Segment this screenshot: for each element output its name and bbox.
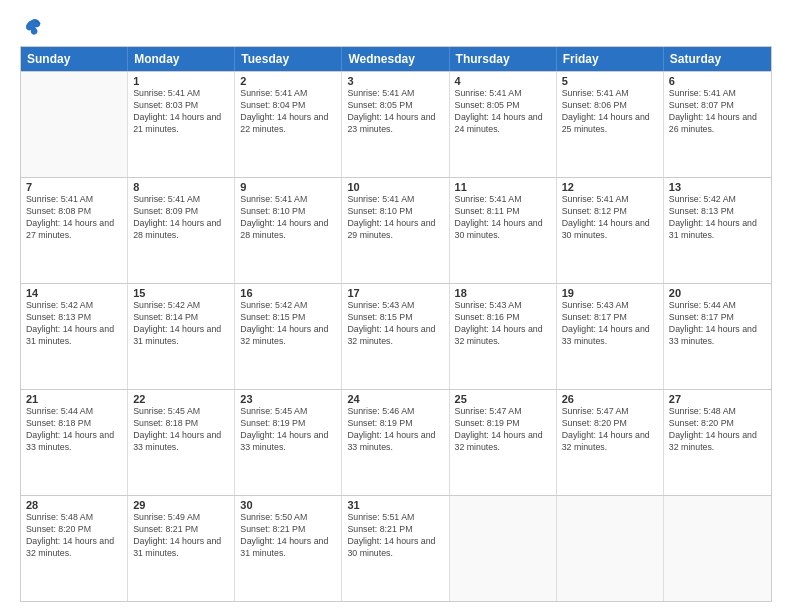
day-number: 14 — [26, 287, 122, 299]
calendar-week: 28Sunrise: 5:48 AM Sunset: 8:20 PM Dayli… — [21, 495, 771, 601]
calendar-cell: 18Sunrise: 5:43 AM Sunset: 8:16 PM Dayli… — [450, 284, 557, 389]
day-number: 2 — [240, 75, 336, 87]
calendar-cell: 16Sunrise: 5:42 AM Sunset: 8:15 PM Dayli… — [235, 284, 342, 389]
day-info: Sunrise: 5:44 AM Sunset: 8:17 PM Dayligh… — [669, 300, 766, 348]
day-number: 6 — [669, 75, 766, 87]
calendar-cell: 3Sunrise: 5:41 AM Sunset: 8:05 PM Daylig… — [342, 72, 449, 177]
day-info: Sunrise: 5:41 AM Sunset: 8:12 PM Dayligh… — [562, 194, 658, 242]
day-info: Sunrise: 5:45 AM Sunset: 8:18 PM Dayligh… — [133, 406, 229, 454]
calendar-cell: 28Sunrise: 5:48 AM Sunset: 8:20 PM Dayli… — [21, 496, 128, 601]
day-number: 15 — [133, 287, 229, 299]
calendar-cell: 8Sunrise: 5:41 AM Sunset: 8:09 PM Daylig… — [128, 178, 235, 283]
day-info: Sunrise: 5:42 AM Sunset: 8:14 PM Dayligh… — [133, 300, 229, 348]
calendar-cell: 26Sunrise: 5:47 AM Sunset: 8:20 PM Dayli… — [557, 390, 664, 495]
day-info: Sunrise: 5:47 AM Sunset: 8:19 PM Dayligh… — [455, 406, 551, 454]
calendar-cell: 14Sunrise: 5:42 AM Sunset: 8:13 PM Dayli… — [21, 284, 128, 389]
day-info: Sunrise: 5:41 AM Sunset: 8:08 PM Dayligh… — [26, 194, 122, 242]
calendar-cell: 30Sunrise: 5:50 AM Sunset: 8:21 PM Dayli… — [235, 496, 342, 601]
calendar-cell: 22Sunrise: 5:45 AM Sunset: 8:18 PM Dayli… — [128, 390, 235, 495]
day-number: 31 — [347, 499, 443, 511]
page: SundayMondayTuesdayWednesdayThursdayFrid… — [0, 0, 792, 612]
day-info: Sunrise: 5:43 AM Sunset: 8:17 PM Dayligh… — [562, 300, 658, 348]
calendar-cell: 2Sunrise: 5:41 AM Sunset: 8:04 PM Daylig… — [235, 72, 342, 177]
header — [20, 16, 772, 38]
day-info: Sunrise: 5:41 AM Sunset: 8:11 PM Dayligh… — [455, 194, 551, 242]
weekday-header: Wednesday — [342, 47, 449, 71]
day-number: 27 — [669, 393, 766, 405]
day-number: 10 — [347, 181, 443, 193]
day-number: 26 — [562, 393, 658, 405]
calendar-week: 21Sunrise: 5:44 AM Sunset: 8:18 PM Dayli… — [21, 389, 771, 495]
day-number: 12 — [562, 181, 658, 193]
calendar-header: SundayMondayTuesdayWednesdayThursdayFrid… — [21, 47, 771, 71]
day-number: 24 — [347, 393, 443, 405]
day-info: Sunrise: 5:51 AM Sunset: 8:21 PM Dayligh… — [347, 512, 443, 560]
weekday-header: Tuesday — [235, 47, 342, 71]
day-info: Sunrise: 5:48 AM Sunset: 8:20 PM Dayligh… — [669, 406, 766, 454]
calendar-cell: 31Sunrise: 5:51 AM Sunset: 8:21 PM Dayli… — [342, 496, 449, 601]
day-number: 9 — [240, 181, 336, 193]
weekday-header: Saturday — [664, 47, 771, 71]
day-info: Sunrise: 5:43 AM Sunset: 8:16 PM Dayligh… — [455, 300, 551, 348]
calendar-cell: 1Sunrise: 5:41 AM Sunset: 8:03 PM Daylig… — [128, 72, 235, 177]
day-number: 30 — [240, 499, 336, 511]
day-number: 13 — [669, 181, 766, 193]
calendar-cell: 15Sunrise: 5:42 AM Sunset: 8:14 PM Dayli… — [128, 284, 235, 389]
calendar-cell: 9Sunrise: 5:41 AM Sunset: 8:10 PM Daylig… — [235, 178, 342, 283]
calendar-cell: 11Sunrise: 5:41 AM Sunset: 8:11 PM Dayli… — [450, 178, 557, 283]
day-number: 23 — [240, 393, 336, 405]
day-number: 29 — [133, 499, 229, 511]
calendar-cell — [664, 496, 771, 601]
calendar-cell: 7Sunrise: 5:41 AM Sunset: 8:08 PM Daylig… — [21, 178, 128, 283]
day-info: Sunrise: 5:41 AM Sunset: 8:05 PM Dayligh… — [347, 88, 443, 136]
weekday-header: Friday — [557, 47, 664, 71]
calendar-cell: 10Sunrise: 5:41 AM Sunset: 8:10 PM Dayli… — [342, 178, 449, 283]
day-number: 25 — [455, 393, 551, 405]
day-number: 17 — [347, 287, 443, 299]
day-number: 18 — [455, 287, 551, 299]
day-info: Sunrise: 5:42 AM Sunset: 8:15 PM Dayligh… — [240, 300, 336, 348]
calendar-cell: 17Sunrise: 5:43 AM Sunset: 8:15 PM Dayli… — [342, 284, 449, 389]
day-info: Sunrise: 5:49 AM Sunset: 8:21 PM Dayligh… — [133, 512, 229, 560]
logo-text — [20, 16, 44, 38]
calendar-cell — [557, 496, 664, 601]
calendar-cell: 19Sunrise: 5:43 AM Sunset: 8:17 PM Dayli… — [557, 284, 664, 389]
day-number: 3 — [347, 75, 443, 87]
day-info: Sunrise: 5:43 AM Sunset: 8:15 PM Dayligh… — [347, 300, 443, 348]
day-number: 4 — [455, 75, 551, 87]
day-number: 22 — [133, 393, 229, 405]
day-number: 21 — [26, 393, 122, 405]
day-info: Sunrise: 5:50 AM Sunset: 8:21 PM Dayligh… — [240, 512, 336, 560]
day-number: 20 — [669, 287, 766, 299]
day-number: 11 — [455, 181, 551, 193]
calendar-cell: 13Sunrise: 5:42 AM Sunset: 8:13 PM Dayli… — [664, 178, 771, 283]
day-number: 8 — [133, 181, 229, 193]
calendar-cell: 5Sunrise: 5:41 AM Sunset: 8:06 PM Daylig… — [557, 72, 664, 177]
day-info: Sunrise: 5:42 AM Sunset: 8:13 PM Dayligh… — [669, 194, 766, 242]
weekday-header: Sunday — [21, 47, 128, 71]
calendar-cell — [21, 72, 128, 177]
day-info: Sunrise: 5:41 AM Sunset: 8:04 PM Dayligh… — [240, 88, 336, 136]
day-number: 16 — [240, 287, 336, 299]
calendar-body: 1Sunrise: 5:41 AM Sunset: 8:03 PM Daylig… — [21, 71, 771, 601]
logo-bird-icon — [21, 16, 43, 38]
day-info: Sunrise: 5:48 AM Sunset: 8:20 PM Dayligh… — [26, 512, 122, 560]
calendar-cell: 4Sunrise: 5:41 AM Sunset: 8:05 PM Daylig… — [450, 72, 557, 177]
calendar-week: 1Sunrise: 5:41 AM Sunset: 8:03 PM Daylig… — [21, 71, 771, 177]
calendar-cell: 25Sunrise: 5:47 AM Sunset: 8:19 PM Dayli… — [450, 390, 557, 495]
calendar-cell: 12Sunrise: 5:41 AM Sunset: 8:12 PM Dayli… — [557, 178, 664, 283]
day-info: Sunrise: 5:45 AM Sunset: 8:19 PM Dayligh… — [240, 406, 336, 454]
calendar-cell: 21Sunrise: 5:44 AM Sunset: 8:18 PM Dayli… — [21, 390, 128, 495]
day-number: 1 — [133, 75, 229, 87]
day-number: 7 — [26, 181, 122, 193]
day-info: Sunrise: 5:44 AM Sunset: 8:18 PM Dayligh… — [26, 406, 122, 454]
calendar-cell: 27Sunrise: 5:48 AM Sunset: 8:20 PM Dayli… — [664, 390, 771, 495]
day-info: Sunrise: 5:41 AM Sunset: 8:07 PM Dayligh… — [669, 88, 766, 136]
day-number: 19 — [562, 287, 658, 299]
weekday-header: Monday — [128, 47, 235, 71]
logo — [20, 16, 44, 38]
day-number: 28 — [26, 499, 122, 511]
calendar: SundayMondayTuesdayWednesdayThursdayFrid… — [20, 46, 772, 602]
day-info: Sunrise: 5:41 AM Sunset: 8:10 PM Dayligh… — [240, 194, 336, 242]
calendar-cell: 6Sunrise: 5:41 AM Sunset: 8:07 PM Daylig… — [664, 72, 771, 177]
